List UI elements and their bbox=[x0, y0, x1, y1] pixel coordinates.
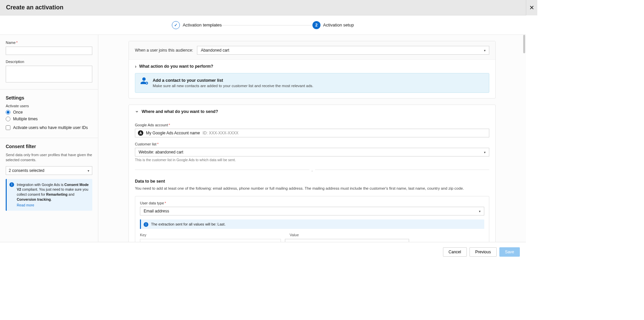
step-label: Activation templates bbox=[183, 22, 221, 27]
key-cell: Email address → bbox=[140, 239, 281, 242]
extraction-info: i The extraction sent for all values wil… bbox=[140, 219, 484, 229]
description-label: Description bbox=[6, 60, 92, 64]
name-input[interactable] bbox=[6, 47, 92, 55]
radio-multiple-input[interactable] bbox=[6, 117, 10, 121]
customer-list-helper: This is the customer list in Google Ads … bbox=[135, 158, 489, 162]
customer-list-select[interactable]: Website: abandoned cart bbox=[135, 148, 489, 156]
check-icon: ✓ bbox=[172, 21, 180, 29]
google-ads-account-input[interactable]: A My Google Ads Account name ID: XXX-XXX… bbox=[135, 129, 489, 137]
step-setup[interactable]: 2 Activation setup bbox=[312, 21, 354, 29]
chevron-right-icon bbox=[135, 64, 137, 69]
key-header: Key bbox=[140, 233, 290, 237]
where-send-panel: Where and what do you want to send? Goog… bbox=[129, 105, 496, 242]
select-value: Abandoned cart bbox=[201, 48, 229, 53]
action-card-title: Add a contact to your customer list bbox=[153, 78, 484, 83]
step-number: 2 bbox=[312, 21, 320, 29]
description-input[interactable] bbox=[6, 66, 92, 82]
radio-label: Once bbox=[13, 110, 23, 115]
read-more-link[interactable]: Read more bbox=[17, 203, 89, 208]
consent-info-callout: i Integration with Google Ads is Consent… bbox=[6, 179, 92, 211]
consent-select[interactable]: 2 consents selected bbox=[6, 166, 92, 175]
stepper: ✓ Activation templates 2 Activation setu… bbox=[0, 15, 526, 35]
activate-users-label: Activate users bbox=[6, 104, 92, 108]
select-value: Email address bbox=[144, 209, 169, 213]
step-templates[interactable]: ✓ Activation templates bbox=[172, 21, 221, 29]
arrow-down-icon: ↓ bbox=[309, 169, 315, 173]
google-ads-icon: A bbox=[138, 130, 143, 136]
modal-header: Create an activation bbox=[0, 0, 526, 15]
previous-button[interactable]: Previous bbox=[469, 247, 497, 257]
data-block: User data type* Email address i The extr… bbox=[135, 196, 489, 242]
page-title: Create an activation bbox=[6, 4, 63, 11]
checkbox-input[interactable] bbox=[6, 125, 10, 130]
account-name: My Google Ads Account name bbox=[146, 131, 200, 135]
close-icon: ✕ bbox=[529, 4, 534, 11]
cancel-button[interactable]: Cancel bbox=[443, 247, 467, 257]
audience-label: When a user joins this audience: bbox=[135, 48, 193, 53]
chevron-down-icon bbox=[484, 150, 486, 154]
save-button[interactable]: Save bbox=[499, 247, 520, 257]
required-mark: * bbox=[16, 41, 17, 45]
consent-filter-title: Consent filter bbox=[6, 144, 92, 149]
checkbox-label: Activate users who have multiple user ID… bbox=[13, 125, 88, 130]
info-icon: i bbox=[9, 182, 14, 187]
action-card[interactable]: Add a contact to your customer list Make… bbox=[135, 73, 489, 93]
close-button[interactable]: ✕ bbox=[526, 0, 537, 15]
value-header: Value bbox=[290, 233, 299, 237]
settings-title: Settings bbox=[6, 95, 92, 101]
audience-panel: When a user joins this audience: Abandon… bbox=[129, 41, 496, 99]
user-data-type-label: User data type* bbox=[140, 201, 484, 205]
chevron-down-icon bbox=[135, 109, 139, 114]
required-mark: * bbox=[168, 123, 170, 127]
account-id: ID: XXX-XXX-XXXX bbox=[203, 131, 239, 135]
info-text: Integration with Google Ads is Consent M… bbox=[17, 183, 89, 201]
radio-multiple[interactable]: Multiple times bbox=[6, 117, 92, 121]
chevron-down-icon bbox=[88, 168, 89, 173]
step-label: Activation setup bbox=[323, 22, 354, 27]
data-sent-title: Data to be sent bbox=[135, 179, 489, 184]
radio-once-input[interactable] bbox=[6, 110, 10, 115]
required-mark: * bbox=[157, 142, 158, 146]
main-content[interactable]: When a user joins this audience: Abandon… bbox=[98, 35, 526, 242]
footer: Cancel Previous Save bbox=[0, 242, 526, 261]
select-value: Website: abandoned cart bbox=[139, 150, 183, 154]
scrollbar[interactable] bbox=[523, 35, 525, 242]
required-mark: * bbox=[165, 201, 166, 205]
chevron-down-icon bbox=[479, 209, 481, 213]
accordion-label: Where and what do you want to send? bbox=[142, 109, 218, 114]
person-add-icon bbox=[140, 77, 148, 86]
customer-list-label: Customer list* bbox=[135, 142, 489, 146]
scroll-thumb[interactable] bbox=[523, 35, 525, 53]
step-connector bbox=[207, 25, 319, 25]
keyvalue-row: Email address → User ID bbox=[140, 239, 484, 242]
info-icon: i bbox=[144, 222, 148, 227]
google-ads-account-label: Google Ads account* bbox=[135, 123, 489, 127]
accordion-where[interactable]: Where and what do you want to send? bbox=[129, 105, 495, 118]
divider: ↓ bbox=[135, 168, 489, 173]
consent-filter-sub: Send data only from user profiles that h… bbox=[6, 152, 92, 163]
accordion-action[interactable]: What action do you want to perform? bbox=[129, 60, 495, 73]
data-sent-desc: You need to add at least one of the foll… bbox=[135, 186, 489, 191]
radio-label: Multiple times bbox=[13, 117, 38, 121]
info-text: The extraction sent for all values will … bbox=[151, 222, 226, 226]
keyvalue-header: Key Value bbox=[140, 233, 484, 237]
value-select[interactable]: User ID bbox=[285, 239, 409, 242]
accordion-label: What action do you want to perform? bbox=[139, 64, 213, 69]
select-value: 2 consents selected bbox=[9, 168, 44, 173]
checkbox-multiple-ids[interactable]: Activate users who have multiple user ID… bbox=[6, 125, 92, 130]
chevron-down-icon bbox=[484, 48, 486, 53]
name-label: Name* bbox=[6, 41, 92, 45]
action-card-sub: Make sure all new contacts are added to … bbox=[153, 84, 484, 88]
sidebar: Name* Description Settings Activate user… bbox=[0, 35, 98, 242]
radio-once[interactable]: Once bbox=[6, 110, 92, 115]
audience-select[interactable]: Abandoned cart bbox=[197, 46, 489, 55]
user-data-type-select[interactable]: Email address bbox=[140, 207, 484, 215]
